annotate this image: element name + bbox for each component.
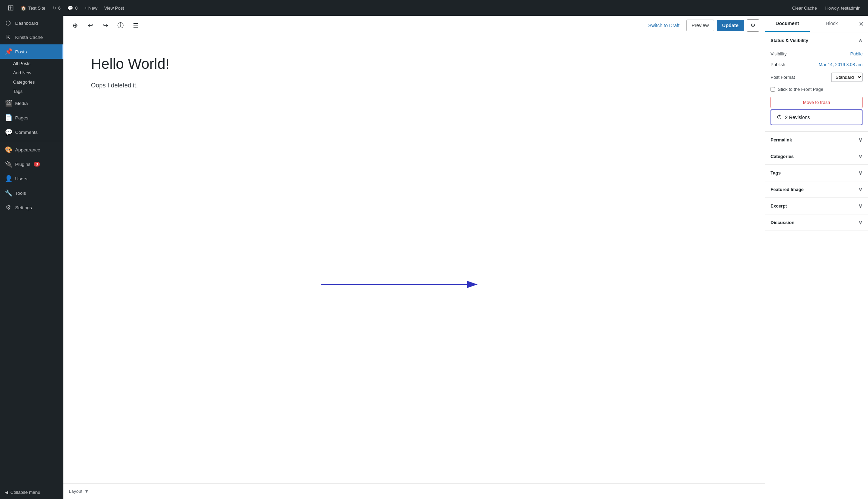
sidebar-sub-add-new[interactable]: Add New <box>0 68 63 77</box>
visibility-value[interactable]: Public <box>850 51 862 56</box>
featured-image-label: Featured Image <box>771 187 804 192</box>
status-visibility-body: Visibility Public Publish Mar 14, 2019 8… <box>765 49 868 131</box>
right-panel: Document Block ✕ Status & Visibility ∧ V… <box>765 16 868 499</box>
revisions-button[interactable]: ⏱ 2 Revisions <box>771 109 862 125</box>
sidebar-item-dashboard[interactable]: ⬡ Dashboard <box>0 16 63 30</box>
howdy-label: Howdy, testadmin <box>825 6 860 11</box>
toolbar-right: Switch to Draft Preview Update ⚙ <box>644 19 759 32</box>
clear-cache-label: Clear Cache <box>792 6 817 11</box>
status-visibility-header[interactable]: Status & Visibility ∧ <box>765 32 868 49</box>
comments-count: 0 <box>75 6 78 11</box>
stick-front-checkbox[interactable] <box>771 87 775 92</box>
add-block-button[interactable]: ⊕ <box>69 19 81 32</box>
sidebar-pages-label: Pages <box>15 115 28 120</box>
panel-content: Status & Visibility ∧ Visibility Public … <box>765 32 868 499</box>
undo-button[interactable]: ↩ <box>84 19 96 32</box>
info-button[interactable]: ⓘ <box>114 19 127 32</box>
tab-block[interactable]: Block <box>810 16 855 32</box>
sidebar-sub-all-posts[interactable]: All Posts <box>0 59 63 68</box>
sidebar-item-appearance[interactable]: 🎨 Appearance <box>0 142 63 157</box>
sidebar-item-plugins[interactable]: 🔌 Plugins 3 <box>0 157 63 171</box>
categories-header[interactable]: Categories ∨ <box>765 148 868 164</box>
main-layout: ⬡ Dashboard K Kinsta Cache 📌 Posts All P… <box>0 16 868 499</box>
visibility-label: Visibility <box>771 51 787 56</box>
featured-image-section: Featured Image ∨ <box>765 181 868 198</box>
layout-dropdown[interactable]: Layout ▼ <box>69 489 89 494</box>
sidebar-item-tools[interactable]: 🔧 Tools <box>0 186 63 200</box>
post-body[interactable]: Oops I deleted it. <box>91 81 737 91</box>
sidebar-sub-tags[interactable]: Tags <box>0 87 63 96</box>
updates-link[interactable]: ↻ 6 <box>49 0 64 16</box>
status-visibility-label: Status & Visibility <box>771 38 808 43</box>
publish-row: Publish Mar 14, 2019 8:08 am <box>771 59 862 70</box>
discussion-header[interactable]: Discussion ∨ <box>765 214 868 231</box>
tags-header[interactable]: Tags ∨ <box>765 165 868 181</box>
publish-value[interactable]: Mar 14, 2019 8:08 am <box>819 62 862 67</box>
revisions-label: 2 Revisions <box>785 115 810 120</box>
sidebar: ⬡ Dashboard K Kinsta Cache 📌 Posts All P… <box>0 16 63 499</box>
clear-cache-button[interactable]: Clear Cache <box>788 6 820 11</box>
editor-wrapper: ⊕ ↩ ↪ ⓘ ☰ Switch to Draft Preview <box>63 16 765 499</box>
editor-content[interactable]: Hello World! Oops I deleted it. <box>63 35 765 483</box>
panel-close-button[interactable]: ✕ <box>854 16 868 32</box>
tab-document[interactable]: Document <box>765 16 810 32</box>
sidebar-item-pages[interactable]: 📄 Pages <box>0 110 63 125</box>
plugins-badge: 3 <box>34 162 40 167</box>
redo-button[interactable]: ↪ <box>99 19 112 32</box>
sidebar-item-media[interactable]: 🎬 Media <box>0 96 63 110</box>
permalink-chevron-icon: ∨ <box>858 137 862 143</box>
home-icon: 🏠 <box>21 6 26 11</box>
all-posts-label: All Posts <box>13 61 31 66</box>
sidebar-appearance-label: Appearance <box>15 147 40 152</box>
sidebar-item-users[interactable]: 👤 Users <box>0 171 63 186</box>
visibility-value-text: Public <box>850 51 862 56</box>
layout-label: Layout <box>69 489 82 494</box>
wp-logo[interactable]: ⊞ <box>4 0 17 16</box>
admin-bar: ⊞ 🏠 Test Site ↻ 6 💬 0 + New View Post Cl… <box>0 0 868 16</box>
collapse-icon: ◀ <box>5 490 8 495</box>
undo-icon: ↩ <box>88 22 93 29</box>
switch-to-draft-label: Switch to Draft <box>648 23 680 28</box>
publish-value-text: Mar 14, 2019 8:08 am <box>819 62 862 67</box>
comments-icon: 💬 <box>68 6 73 11</box>
posts-icon: 📌 <box>5 48 12 55</box>
wp-icon: ⊞ <box>8 3 14 12</box>
sidebar-sub-categories[interactable]: Categories <box>0 77 63 87</box>
add-icon: ⊕ <box>73 22 78 29</box>
switch-to-draft-button[interactable]: Switch to Draft <box>644 20 684 31</box>
settings-icon: ⚙ <box>751 22 755 29</box>
post-format-select[interactable]: Standard <box>831 73 862 82</box>
view-post-link[interactable]: View Post <box>101 0 128 16</box>
post-title[interactable]: Hello World! <box>91 56 737 72</box>
sidebar-item-kinsta-cache[interactable]: K Kinsta Cache <box>0 30 63 44</box>
redo-icon: ↪ <box>103 22 108 29</box>
sidebar-item-comments[interactable]: 💬 Comments <box>0 125 63 139</box>
stick-front-row: Stick to the Front Page <box>771 85 862 94</box>
site-name: Test Site <box>28 6 45 11</box>
editor-settings-button[interactable]: ⚙ <box>747 19 759 32</box>
collapse-menu-button[interactable]: ◀ Collapse menu <box>0 486 63 499</box>
featured-image-header[interactable]: Featured Image ∨ <box>765 181 868 198</box>
list-icon: ☰ <box>133 22 138 29</box>
sidebar-item-posts[interactable]: 📌 Posts <box>0 44 63 59</box>
sidebar-item-settings[interactable]: ⚙ Settings <box>0 200 63 215</box>
appearance-icon: 🎨 <box>5 146 12 153</box>
excerpt-header[interactable]: Excerpt ∨ <box>765 198 868 214</box>
comments-link[interactable]: 💬 0 <box>64 0 81 16</box>
preview-button[interactable]: Preview <box>686 20 714 31</box>
preview-label: Preview <box>692 23 709 28</box>
move-to-trash-button[interactable]: Move to trash <box>771 97 862 108</box>
sidebar-posts-label: Posts <box>15 49 27 54</box>
adminbar-right: Clear Cache Howdy, testadmin <box>788 6 864 11</box>
new-content-link[interactable]: + New <box>81 0 101 16</box>
stick-front-label: Stick to the Front Page <box>778 87 823 92</box>
howdy-menu[interactable]: Howdy, testadmin <box>822 6 864 11</box>
updates-count: 6 <box>58 6 61 11</box>
publish-label: Publish <box>771 62 785 67</box>
permalink-header[interactable]: Permalink ∨ <box>765 132 868 148</box>
visibility-row: Visibility Public <box>771 49 862 59</box>
discussion-chevron-icon: ∨ <box>858 219 862 226</box>
list-view-button[interactable]: ☰ <box>130 19 142 32</box>
site-name-link[interactable]: 🏠 Test Site <box>17 0 49 16</box>
update-button[interactable]: Update <box>717 20 744 31</box>
